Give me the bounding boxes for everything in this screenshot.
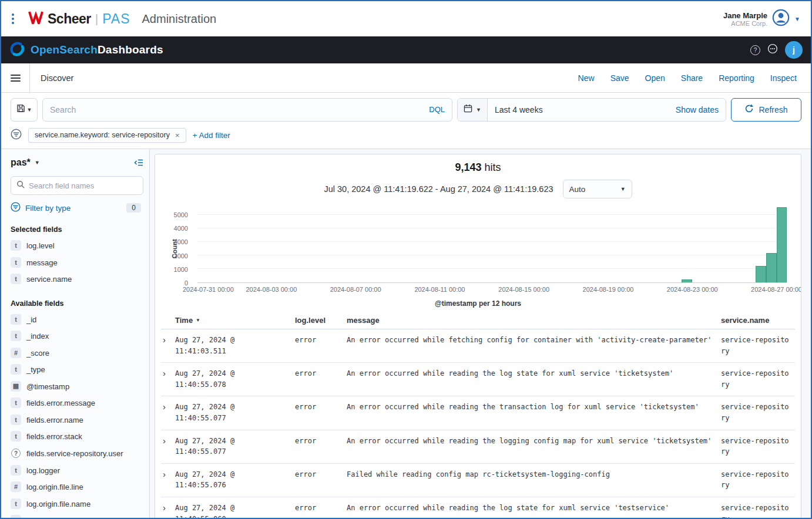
selected-fields-list: t log.level t message t service.name	[11, 237, 143, 288]
expand-row-icon[interactable]: ›	[161, 469, 175, 480]
field-list-item[interactable]: t message	[11, 254, 143, 271]
cell-service-name: service-repository	[721, 503, 795, 518]
filter-pill[interactable]: service.name.keyword: service-repository…	[28, 128, 186, 143]
field-type-icon: t	[11, 515, 21, 518]
filters-icon[interactable]	[11, 129, 22, 142]
field-list-item[interactable]: # _score	[11, 345, 143, 362]
field-list-item[interactable]: t log.origin.file.path	[11, 512, 143, 518]
cell-message: An error occurred while fetching config …	[347, 335, 721, 346]
expand-row-icon[interactable]: ›	[161, 368, 175, 379]
refresh-icon	[744, 104, 754, 115]
toolbar-action-open[interactable]: Open	[645, 73, 665, 83]
toolbar-action-reporting[interactable]: Reporting	[719, 73, 754, 83]
pas-header: Scheer | PAS Administration Jane Marple …	[1, 1, 811, 36]
search-input[interactable]: Search DQL	[42, 98, 452, 122]
scheer-logo-mark	[28, 11, 43, 26]
index-pattern-selector[interactable]: pas* ▼	[11, 157, 40, 168]
menu-icon[interactable]	[1, 63, 30, 92]
field-list-item[interactable]: t fields.error.stack	[11, 428, 143, 445]
toolbar-action-new[interactable]: New	[578, 73, 595, 83]
field-list-item[interactable]: # log.origin.file.line	[11, 478, 143, 496]
x-tick-label: 2024-08-03 00:00	[246, 286, 297, 293]
filter-by-type-button[interactable]: Filter by type 0	[11, 202, 143, 214]
gridline	[197, 241, 787, 242]
field-list-item[interactable]: t log.origin.file.name	[11, 496, 143, 513]
cell-time: Aug 27, 2024 @ 11:40:55.078	[175, 368, 295, 390]
field-name: message	[26, 257, 58, 268]
add-filter-button[interactable]: + Add filter	[193, 131, 230, 140]
app-frame: Scheer | PAS Administration Jane Marple …	[0, 0, 812, 519]
field-list-item[interactable]: t service.name	[11, 271, 143, 288]
cell-log-level: error	[295, 335, 347, 346]
expand-row-icon[interactable]: ›	[161, 402, 175, 412]
field-list-item[interactable]: ? fields.service-repository.user	[11, 445, 143, 462]
column-header-message[interactable]: message	[347, 316, 721, 325]
cell-message: An error occurred while reading the log …	[347, 503, 721, 514]
y-tick-label: 1000	[156, 266, 188, 273]
field-list-item[interactable]: t log.level	[11, 237, 143, 254]
available-fields-list: t _id t _index # _score t _type ▦ @times…	[11, 311, 143, 518]
scheer-pas-brand: Scheer | PAS	[28, 11, 130, 27]
column-header-time[interactable]: Time ▼	[175, 316, 295, 325]
field-type-icon: t	[11, 414, 21, 425]
field-name: _id	[26, 314, 36, 325]
toolbar-action-share[interactable]: Share	[681, 73, 703, 83]
refresh-button[interactable]: Refresh	[731, 98, 801, 122]
cell-service-name: service-repository	[721, 436, 795, 457]
field-list-item[interactable]: t _id	[11, 311, 143, 328]
field-list-item[interactable]: t _index	[11, 328, 143, 345]
opensearch-logo[interactable]: OpenSearchDashboards	[9, 41, 163, 59]
field-name: log.origin.file.line	[26, 481, 83, 493]
query-bar: ▼ Search DQL ▼ Last 4 weeks Show dates R…	[1, 93, 811, 126]
cell-message: Failed while reading config map rc-ticke…	[347, 469, 721, 480]
user-avatar-icon	[772, 9, 790, 29]
expand-row-icon[interactable]: ›	[161, 335, 175, 345]
field-list-item[interactable]: t fields.error.name	[11, 412, 143, 429]
chart-time-range: Jul 30, 2024 @ 11:41:19.622 - Aug 27, 20…	[324, 184, 553, 194]
saved-query-button[interactable]: ▼	[11, 98, 38, 122]
field-search-input[interactable]: Search field names	[11, 176, 143, 195]
field-list-item[interactable]: t fields.error.message	[11, 395, 143, 412]
toolbar-action-inspect[interactable]: Inspect	[770, 73, 797, 83]
field-type-icon: t	[11, 331, 21, 341]
field-list-item[interactable]: t _type	[11, 361, 143, 378]
column-header-level[interactable]: log.level	[295, 316, 347, 325]
date-quick-select-button[interactable]: ▼	[458, 99, 488, 121]
field-type-icon: t	[11, 431, 21, 442]
available-fields-header: Available fields	[11, 299, 143, 308]
date-picker: ▼ Last 4 weeks Show dates	[457, 98, 726, 122]
histogram-bar[interactable]	[777, 207, 787, 282]
kebab-menu-icon[interactable]	[12, 14, 14, 24]
histogram-chart: Count 010002000300040005000 2024-07-31 0…	[161, 204, 795, 309]
field-name: log.level	[26, 240, 55, 251]
field-type-icon: ▦	[11, 381, 21, 392]
query-language-button[interactable]: DQL	[424, 105, 445, 114]
table-row: › Aug 27, 2024 @ 11:40:55.077 error An e…	[161, 396, 795, 430]
gridline	[197, 214, 787, 215]
histogram-bar[interactable]	[682, 279, 692, 282]
y-axis: 010002000300040005000	[161, 207, 193, 283]
osd-user-avatar[interactable]: j	[785, 41, 803, 59]
shortcuts-icon[interactable]	[767, 43, 778, 56]
sort-desc-icon: ▼	[196, 318, 200, 323]
expand-row-icon[interactable]: ›	[161, 503, 175, 513]
y-tick-label: 4000	[156, 225, 188, 232]
remove-filter-icon[interactable]: ×	[175, 131, 180, 140]
collapse-sidebar-icon[interactable]	[134, 158, 143, 167]
column-header-service[interactable]: service.name	[721, 316, 795, 325]
user-menu[interactable]: Jane Marple ACME Corp. ▼	[723, 9, 800, 29]
histogram-bar[interactable]	[766, 253, 777, 282]
save-query-icon	[16, 104, 25, 115]
histogram-plot	[197, 207, 787, 283]
chevron-down-icon: ▼	[476, 107, 481, 113]
field-type-icon: t	[11, 314, 21, 325]
show-dates-link[interactable]: Show dates	[676, 105, 726, 114]
interval-select[interactable]: Auto ▼	[563, 180, 632, 198]
help-icon[interactable]: ?	[750, 45, 760, 55]
expand-row-icon[interactable]: ›	[161, 436, 175, 446]
histogram-bar[interactable]	[756, 266, 766, 282]
time-range-value[interactable]: Last 4 weeks	[488, 105, 676, 114]
field-list-item[interactable]: ▦ @timestamp	[11, 378, 143, 395]
field-list-item[interactable]: t log.logger	[11, 462, 143, 479]
toolbar-action-save[interactable]: Save	[610, 73, 629, 83]
